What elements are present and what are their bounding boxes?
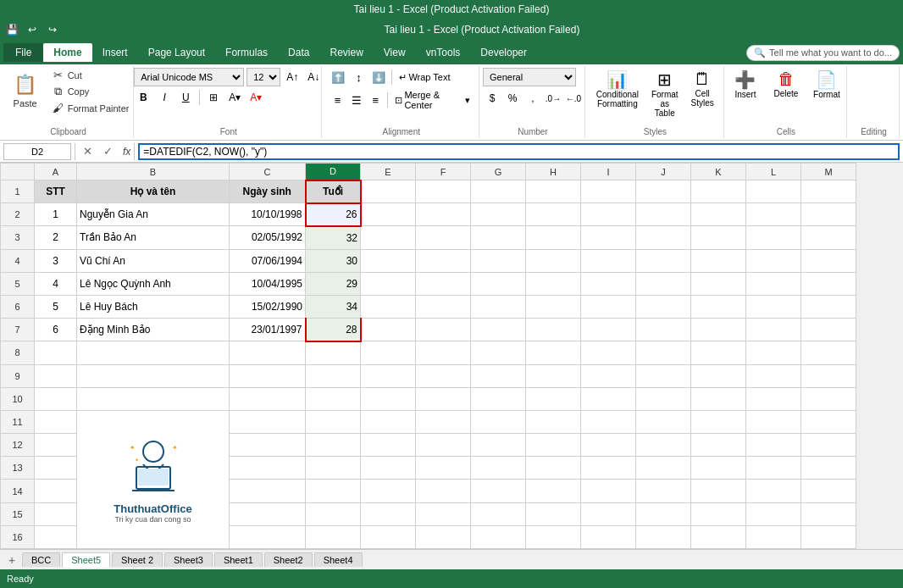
cell-k5[interactable] <box>691 272 746 295</box>
cell-d1[interactable]: Tuổi <box>306 180 361 203</box>
delete-button[interactable]: 🗑 Delete <box>767 68 805 100</box>
underline-button[interactable]: U <box>176 88 195 107</box>
cell-k1[interactable] <box>691 180 746 203</box>
col-header-i[interactable]: I <box>581 164 636 180</box>
cell-j4[interactable] <box>636 249 691 272</box>
cell-i3[interactable] <box>581 226 636 249</box>
format-painter-button[interactable]: 🖌 Format Painter <box>48 101 133 115</box>
row-header-3[interactable]: 3 <box>1 226 35 249</box>
cell-l2[interactable] <box>746 203 801 226</box>
comma-button[interactable]: , <box>524 89 542 108</box>
conditional-formatting-button[interactable]: 📊 ConditionalFormatting <box>592 68 643 110</box>
cell-e1[interactable] <box>361 180 416 203</box>
row-header-6[interactable]: 6 <box>1 295 35 318</box>
row-header-8[interactable]: 8 <box>1 341 35 364</box>
cell-h4[interactable] <box>526 249 581 272</box>
cell-reference-input[interactable] <box>3 143 71 160</box>
add-sheet-button[interactable]: + <box>3 552 20 569</box>
col-header-j[interactable]: J <box>636 164 691 180</box>
cell-a6[interactable]: 5 <box>35 295 77 318</box>
cell-g7[interactable] <box>471 319 526 341</box>
formula-input[interactable] <box>138 143 900 160</box>
cell-g8[interactable] <box>471 341 526 364</box>
cell-k2[interactable] <box>691 203 746 226</box>
cell-e5[interactable] <box>361 272 416 295</box>
row-header-1[interactable]: 1 <box>1 180 35 203</box>
cell-f5[interactable] <box>416 272 471 295</box>
cell-f7[interactable] <box>416 319 471 341</box>
save-button[interactable]: 💾 <box>3 21 20 38</box>
cell-h7[interactable] <box>526 319 581 341</box>
cell-j7[interactable] <box>636 319 691 341</box>
border-button[interactable]: ⊞ <box>204 88 223 107</box>
cell-f1[interactable] <box>416 180 471 203</box>
cell-f3[interactable] <box>416 226 471 249</box>
col-header-g[interactable]: G <box>471 164 526 180</box>
cell-j6[interactable] <box>636 295 691 318</box>
cell-h3[interactable] <box>526 226 581 249</box>
cell-m7[interactable] <box>801 319 856 341</box>
cell-c7[interactable]: 23/01/1997 <box>230 319 306 341</box>
cell-e3[interactable] <box>361 226 416 249</box>
increase-decimal-button[interactable]: ←.0 <box>564 89 583 108</box>
cell-d2[interactable]: 26 <box>306 203 361 226</box>
align-center-button[interactable]: ☰ <box>348 91 365 109</box>
decrease-decimal-button[interactable]: .0→ <box>544 89 562 108</box>
cell-a3[interactable]: 2 <box>35 226 77 249</box>
cell-f6[interactable] <box>416 295 471 318</box>
decrease-font-button[interactable]: A↓ <box>304 68 323 86</box>
align-middle-button[interactable]: ↕ <box>349 68 368 86</box>
formula-confirm-button[interactable]: ✓ <box>99 143 116 160</box>
cut-button[interactable]: ✂ Cut <box>48 68 133 82</box>
align-left-button[interactable]: ≡ <box>329 91 346 109</box>
tab-data[interactable]: Data <box>278 43 319 62</box>
cell-l1[interactable] <box>746 180 801 203</box>
cell-c6[interactable]: 15/02/1990 <box>230 295 306 318</box>
tab-insert[interactable]: Insert <box>92 43 138 62</box>
formula-cancel-button[interactable]: ✕ <box>79 143 96 160</box>
sheet-tab-sheet5[interactable]: Sheet5 <box>62 552 110 568</box>
row-header-2[interactable]: 2 <box>1 203 35 226</box>
cell-j3[interactable] <box>636 226 691 249</box>
italic-button[interactable]: I <box>155 88 174 107</box>
cell-j5[interactable] <box>636 272 691 295</box>
corner-header[interactable] <box>1 164 35 180</box>
cell-a7[interactable]: 6 <box>35 319 77 341</box>
cell-l6[interactable] <box>746 295 801 318</box>
cell-c2[interactable]: 10/10/1998 <box>230 203 306 226</box>
tab-vntools[interactable]: vnTools <box>416 43 471 62</box>
cell-b8[interactable] <box>77 341 230 364</box>
align-right-button[interactable]: ≡ <box>367 91 384 109</box>
cell-d5[interactable]: 29 <box>306 272 361 295</box>
cell-m5[interactable] <box>801 272 856 295</box>
sheet-tab-sheet2a[interactable]: Sheet 2 <box>112 552 163 567</box>
cell-h8[interactable] <box>526 341 581 364</box>
cell-i5[interactable] <box>581 272 636 295</box>
cell-m8[interactable] <box>801 341 856 364</box>
cell-c4[interactable]: 07/06/1994 <box>230 249 306 272</box>
cell-j1[interactable] <box>636 180 691 203</box>
format-button[interactable]: 📄 Format <box>808 68 845 101</box>
cell-e6[interactable] <box>361 295 416 318</box>
paste-button[interactable]: 📋 Paste <box>4 68 47 112</box>
cell-m4[interactable] <box>801 249 856 272</box>
cell-g4[interactable] <box>471 249 526 272</box>
cell-k7[interactable] <box>691 319 746 341</box>
cell-e8[interactable] <box>361 341 416 364</box>
wrap-text-button[interactable]: ↵ Wrap Text <box>396 70 453 85</box>
currency-button[interactable]: $ <box>483 89 501 108</box>
cell-b3[interactable]: Trần Bảo An <box>77 226 230 249</box>
col-header-k[interactable]: K <box>691 164 746 180</box>
row-header-7[interactable]: 7 <box>1 319 35 341</box>
cell-b1[interactable]: Họ và tên <box>77 180 230 203</box>
cell-l4[interactable] <box>746 249 801 272</box>
tab-formulas[interactable]: Formulas <box>215 43 278 62</box>
tab-view[interactable]: View <box>374 43 416 62</box>
copy-button[interactable]: ⧉ Copy <box>48 84 133 99</box>
cell-c3[interactable]: 02/05/1992 <box>230 226 306 249</box>
number-format-select[interactable]: General <box>483 68 576 86</box>
cell-b7[interactable]: Đặng Minh Bảo <box>77 319 230 341</box>
cell-e4[interactable] <box>361 249 416 272</box>
cell-h2[interactable] <box>526 203 581 226</box>
cell-m6[interactable] <box>801 295 856 318</box>
